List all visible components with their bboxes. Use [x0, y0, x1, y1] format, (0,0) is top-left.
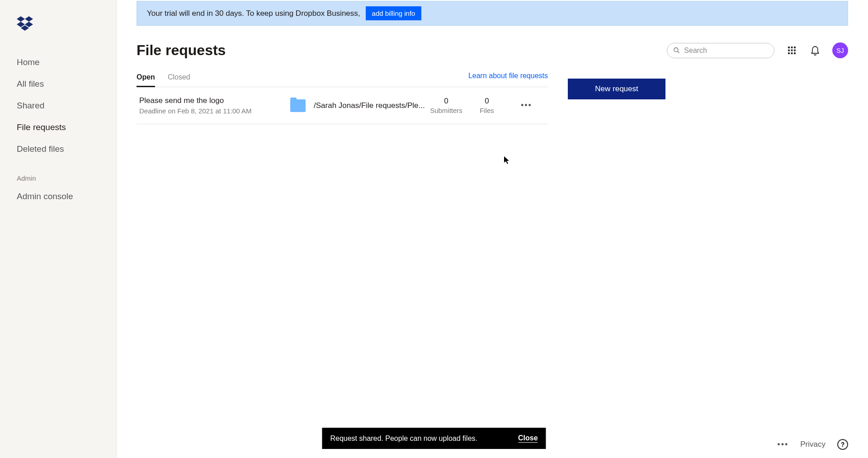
svg-rect-6: [791, 50, 793, 51]
footer-more-icon[interactable]: •••: [777, 440, 788, 449]
files-label: Files: [480, 107, 494, 114]
submitters-stat: 0 Submitters: [426, 97, 467, 114]
footer: ••• Privacy ?: [777, 439, 848, 450]
notifications-icon[interactable]: [809, 44, 821, 57]
files-stat: 0 Files: [467, 97, 507, 114]
request-deadline: Deadline on Feb 8, 2021 at 11:00 AM: [139, 107, 290, 115]
nav-shared[interactable]: Shared: [0, 95, 116, 117]
svg-rect-3: [791, 47, 793, 48]
folder-path: /Sarah Jonas/File requests/Ple...: [314, 101, 425, 110]
banner-text: Your trial will end in 30 days. To keep …: [147, 9, 360, 18]
folder-cell: /Sarah Jonas/File requests/Ple...: [290, 99, 426, 112]
svg-point-0: [674, 48, 678, 52]
page-title: File requests: [137, 42, 226, 59]
search-box[interactable]: [667, 43, 774, 58]
svg-rect-4: [794, 47, 796, 48]
folder-icon: [290, 99, 306, 112]
svg-rect-8: [788, 52, 790, 54]
right-column: New request: [548, 70, 665, 124]
content-header: File requests: [117, 26, 868, 59]
learn-link[interactable]: Learn about file requests: [468, 72, 548, 84]
files-count: 0: [485, 97, 489, 106]
main-content: Your trial will end in 30 days. To keep …: [117, 0, 868, 458]
search-icon: [674, 47, 679, 54]
toast-close-button[interactable]: Close: [518, 434, 538, 443]
nav-admin-console[interactable]: Admin console: [0, 186, 116, 207]
request-row[interactable]: Please send me the logo Deadline on Feb …: [137, 87, 548, 124]
request-info: Please send me the logo Deadline on Feb …: [139, 96, 290, 115]
privacy-link[interactable]: Privacy: [800, 440, 826, 449]
new-request-button[interactable]: New request: [568, 79, 665, 99]
nav-list: Home All files Shared File requests Dele…: [0, 51, 116, 207]
svg-line-1: [678, 51, 679, 53]
svg-rect-2: [788, 47, 790, 48]
toast: Request shared. People can now upload fi…: [322, 428, 546, 449]
row-more-button[interactable]: •••: [521, 101, 532, 110]
svg-rect-9: [791, 52, 793, 54]
nav-all-files[interactable]: All files: [0, 73, 116, 95]
trial-banner: Your trial will end in 30 days. To keep …: [137, 1, 848, 26]
nav-file-requests[interactable]: File requests: [0, 117, 116, 138]
submitters-count: 0: [444, 97, 448, 106]
search-input[interactable]: [684, 47, 768, 55]
tab-closed[interactable]: Closed: [168, 70, 190, 87]
help-icon[interactable]: ?: [837, 439, 848, 450]
submitters-label: Submitters: [430, 107, 462, 114]
svg-rect-7: [794, 50, 796, 51]
sidebar: Home All files Shared File requests Dele…: [0, 0, 117, 458]
content-body: Open Closed Learn about file requests Pl…: [117, 59, 868, 124]
add-billing-button[interactable]: add billing info: [366, 6, 422, 20]
apps-icon[interactable]: [785, 44, 798, 57]
request-title: Please send me the logo: [139, 96, 290, 105]
nav-home[interactable]: Home: [0, 51, 116, 73]
tabs-row: Open Closed Learn about file requests: [137, 70, 548, 87]
admin-section-label: Admin: [0, 160, 116, 186]
dropbox-logo[interactable]: [17, 16, 116, 33]
tabs: Open Closed: [137, 70, 190, 87]
user-avatar[interactable]: SJ: [832, 42, 848, 58]
header-right: SJ: [667, 42, 848, 58]
nav-deleted-files[interactable]: Deleted files: [0, 138, 116, 160]
mouse-cursor: [504, 156, 510, 164]
tab-open[interactable]: Open: [137, 70, 155, 87]
toast-message: Request shared. People can now upload fi…: [330, 435, 477, 443]
left-column: Open Closed Learn about file requests Pl…: [137, 70, 548, 124]
svg-rect-10: [794, 52, 796, 54]
svg-rect-5: [788, 50, 790, 51]
